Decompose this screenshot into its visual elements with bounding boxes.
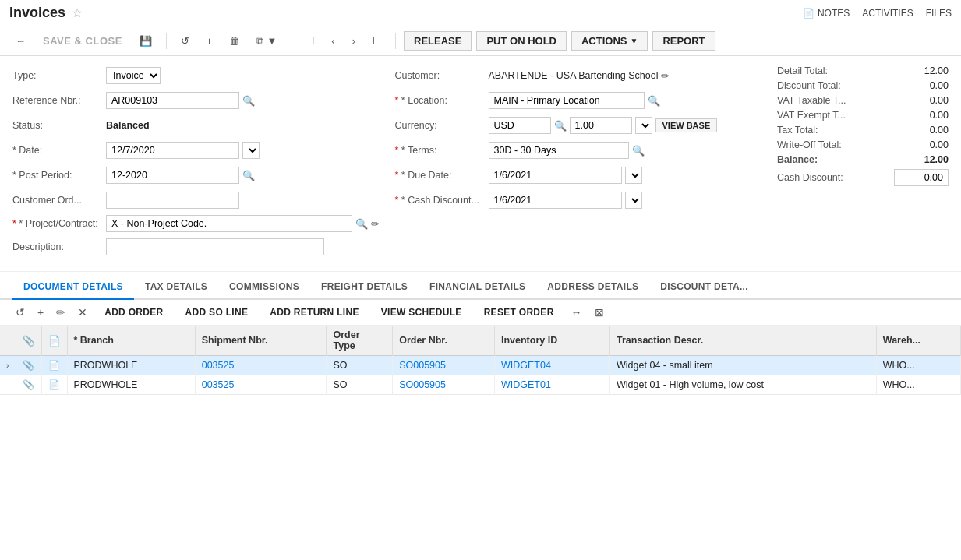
delete-button[interactable]: 🗑 [223,32,246,50]
fit-columns-button[interactable]: ↔ [568,305,585,320]
next-button[interactable]: › [346,32,362,50]
status-row: Status: Balanced [12,115,380,136]
view-schedule-button[interactable]: VIEW SCHEDULE [373,305,470,320]
cash-discount-value [489,192,762,209]
files-action[interactable]: FILES [926,8,952,19]
title-right: 📄 NOTES ACTIVITIES FILES [803,8,952,19]
due-date-input[interactable] [489,167,622,184]
row1-shipment-nbr[interactable]: 003525 [195,356,327,375]
customer-ord-input[interactable] [106,192,239,209]
type-select[interactable]: Invoice [106,67,161,84]
view-base-button[interactable]: VIEW BASE [655,118,718,132]
put-on-hold-button[interactable]: PUT ON HOLD [476,31,567,51]
first-button[interactable]: ⊣ [299,32,320,50]
project-edit-icon[interactable]: ✏ [371,218,380,230]
terms-search-icon[interactable]: 🔍 [632,145,645,157]
delete-row-button[interactable]: ✕ [75,305,90,320]
edit-row-button[interactable]: ✏ [53,305,69,320]
col-shipment-nbr: Shipment Nbr. [195,326,327,356]
currency-row: Currency: 🔍 VIEW BASE [395,115,762,136]
date-input[interactable] [106,142,239,159]
currency-rate-input[interactable] [570,117,632,134]
cash-discount-input[interactable] [489,192,622,209]
table-header-row: 📎 📄 * Branch Shipment Nbr. OrderType Ord… [0,326,961,356]
tab-tax-details[interactable]: TAX DETAILS [134,275,218,300]
cash-discount-dropdown[interactable] [625,192,642,209]
row1-inventory-id[interactable]: WIDGET04 [494,356,609,375]
add-return-line-button[interactable]: ADD RETURN LINE [262,305,367,320]
tab-financial-details[interactable]: FINANCIAL DETAILS [419,275,536,300]
ref-nbr-search-icon[interactable]: 🔍 [242,95,255,107]
location-search-icon[interactable]: 🔍 [648,95,660,107]
col-row-selector [0,326,16,356]
customer-edit-icon[interactable]: ✏ [661,70,670,82]
ref-nbr-value: 🔍 [106,92,380,109]
notes-action[interactable]: 📄 NOTES [803,8,850,19]
add-order-button[interactable]: ADD ORDER [97,305,171,320]
date-value [106,142,380,159]
table-container: 📎 📄 * Branch Shipment Nbr. OrderType Ord… [0,326,961,395]
cash-discount-summary-input[interactable] [894,169,949,186]
tab-freight-details[interactable]: FREIGHT DETAILS [310,275,419,300]
post-period-search-icon[interactable]: 🔍 [242,170,255,181]
copy-button[interactable]: ⧉ ▼ [250,32,283,51]
cash-discount-summary-label: Cash Discount: [777,172,843,183]
tabs-bar: DOCUMENT DETAILS TAX DETAILS COMMISSIONS… [0,275,961,300]
tab-document-details[interactable]: DOCUMENT DETAILS [12,275,134,300]
export-button[interactable]: ⊠ [592,305,607,320]
prev-button[interactable]: ‹ [325,32,341,50]
save-disk-button[interactable]: 💾 [133,32,158,50]
ref-nbr-input[interactable] [106,92,239,109]
row2-order-nbr[interactable]: SO005905 [393,375,495,395]
location-label: * Location: [395,95,489,106]
currency-code-input[interactable] [489,117,551,134]
back-button[interactable]: ← [9,32,32,50]
tab-address-details[interactable]: ADDRESS DETAILS [536,275,649,300]
last-button[interactable]: ⊢ [366,32,387,50]
currency-rate-dropdown[interactable] [635,117,652,134]
balance-value: 12.00 [902,154,949,165]
date-dropdown[interactable] [242,142,260,159]
save-close-button[interactable]: SAVE & CLOSE [37,32,129,50]
due-date-dropdown[interactable] [625,167,642,184]
cash-discount-row: * Cash Discount... [395,190,762,210]
add-row-button[interactable]: + [34,305,47,320]
description-value [106,238,380,255]
tab-discount-details[interactable]: DISCOUNT DETA... [649,275,759,300]
reset-order-button[interactable]: RESET ORDER [476,305,562,320]
undo-button[interactable]: ↺ [175,32,196,50]
row2-inventory-id[interactable]: WIDGET01 [494,375,609,395]
release-button[interactable]: RELEASE [404,31,472,51]
row1-attachment: 📎 [16,356,41,375]
discount-total-label: Discount Total: [777,80,841,91]
sep1 [166,33,167,49]
report-button[interactable]: REPORT [652,31,715,51]
row1-warehouse: WHO... [876,356,960,375]
table-row: 📎 📄 PRODWHOLE 003525 SO SO005905 WIDGET0… [0,375,961,395]
vat-taxable-value: 0.00 [902,95,949,106]
favorite-icon[interactable]: ☆ [72,5,83,20]
tab-commissions[interactable]: COMMISSIONS [218,275,310,300]
activities-action[interactable]: ACTIVITIES [862,8,913,19]
terms-input[interactable] [489,142,629,159]
refresh-rows-button[interactable]: ↺ [12,305,28,320]
add-button[interactable]: + [200,32,219,50]
add-so-line-button[interactable]: ADD SO LINE [178,305,256,320]
row2-shipment-nbr[interactable]: 003525 [195,375,327,395]
currency-label: Currency: [395,120,489,131]
location-input[interactable] [489,92,645,109]
project-input[interactable] [106,215,352,232]
currency-search-icon[interactable]: 🔍 [554,120,567,132]
writeoff-total-label: Write-Off Total: [777,139,842,150]
description-input[interactable] [106,238,324,255]
vat-exempt-label: VAT Exempt T... [777,110,846,121]
row1-order-nbr[interactable]: SO005905 [393,356,495,375]
actions-button[interactable]: ACTIONS ▼ [571,31,648,51]
project-search-icon[interactable]: 🔍 [355,218,368,230]
post-period-input[interactable] [106,167,239,184]
date-row: * Date: [12,140,380,160]
balance-label: Balance: [777,154,818,165]
sep2 [291,33,291,49]
post-period-row: * Post Period: 🔍 [12,165,380,185]
notes-icon: 📄 [803,8,814,19]
